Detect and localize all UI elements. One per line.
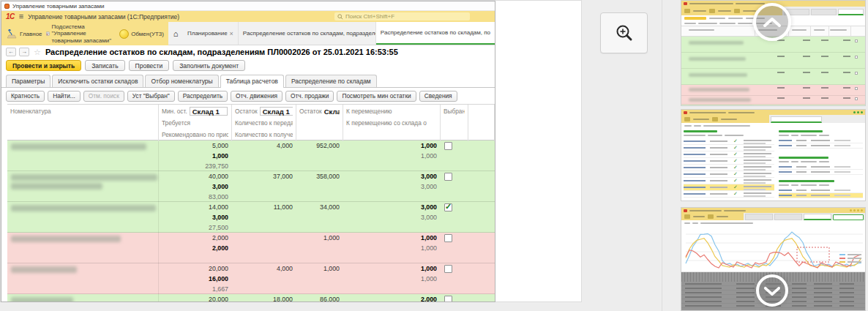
section-exchange[interactable]: Обмен(УТ3): [119, 29, 164, 39]
mini-text: [710, 167, 727, 168]
tab-planirovanie[interactable]: Планирование ×: [183, 22, 239, 45]
back-button[interactable]: ←: [6, 48, 16, 56]
mini-check-icon: ✓: [733, 138, 738, 144]
mini-text: [724, 210, 746, 211]
table-row[interactable]: 14,0003,00027,50011,00034,0003,0003,000: [7, 202, 495, 233]
mini-button: [791, 161, 798, 162]
toolbar-button-4[interactable]: Уст "Выбран": [127, 91, 175, 102]
cell-value: 3,000: [347, 202, 437, 212]
search-input[interactable]: Поиск Ctrl+Shift+F: [334, 12, 470, 20]
toolbar-button-2[interactable]: Найти...: [48, 91, 81, 102]
cell-value: 3,000: [162, 212, 228, 222]
toolbar-button-8[interactable]: Посмотреть мин остатки: [337, 91, 416, 102]
filler-cell: [468, 233, 495, 263]
mini-table-row: [681, 105, 865, 106]
selected-cell: [441, 294, 468, 302]
cell-value: 1,000: [347, 151, 437, 161]
warehouse1-input[interactable]: Склад 1: [190, 107, 228, 116]
cell-value: [162, 253, 228, 263]
mini-text: [689, 210, 722, 211]
action-button-2[interactable]: Записать: [85, 60, 124, 71]
move-cell: 2,000: [343, 294, 441, 302]
forward-button[interactable]: →: [19, 48, 29, 56]
mini-section-row: [779, 138, 863, 143]
stock1-cell: 11,000: [232, 202, 296, 233]
mini-text: [744, 192, 771, 194]
table-row[interactable]: 2,0002,0001,0001,0001,000: [7, 233, 495, 263]
mini-tab: [774, 214, 802, 220]
cell-value: [347, 222, 437, 233]
checkbox-unchecked[interactable]: [444, 173, 452, 181]
warehouse1-value: Склад 1: [192, 108, 220, 116]
home-icon[interactable]: ⌂: [168, 22, 183, 45]
app-bar: 1С ≡ Управление товарными запасами (1С:П…: [1, 11, 495, 22]
table-row[interactable]: 40,0003,00083,00037,000358,0003,0003,000: [7, 171, 495, 202]
cell-value: 3,000: [162, 181, 228, 192]
filler-cell: [468, 202, 495, 233]
checkbox-unchecked[interactable]: [444, 142, 452, 150]
form-tab-2[interactable]: Исключить остатки складов: [52, 75, 143, 87]
mini-titlebar: [681, 208, 865, 213]
mini-date: [684, 160, 706, 162]
checkbox-unchecked[interactable]: [444, 265, 452, 273]
action-button-1[interactable]: Провести и закрыть: [6, 60, 81, 71]
move-label: К перемещению: [346, 105, 437, 117]
toolbar-button-7[interactable]: Отч. продажи: [285, 91, 334, 102]
mini-window-controls: [850, 209, 863, 211]
form-tab-4[interactable]: Таблица расчетов: [220, 75, 284, 88]
thumbnail-document-list[interactable]: ✓✓✓✓✓✓✓✓✓: [681, 109, 866, 201]
scroll-up-button[interactable]: [753, 3, 791, 41]
form-tab-3[interactable]: Отбор номенклатуры: [145, 75, 218, 87]
mini-anonymized-name: [689, 98, 751, 102]
checkbox-checked[interactable]: [444, 203, 452, 211]
zoom-button[interactable]: [600, 12, 648, 53]
cell-value: 3,000: [347, 181, 437, 192]
mini-number: [803, 56, 810, 57]
toolbar-button-5[interactable]: Распределить: [178, 91, 228, 102]
tab-label: Планирование: [187, 30, 228, 37]
mini-text: [743, 10, 756, 12]
checkbox-unchecked[interactable]: [444, 234, 452, 242]
table-row[interactable]: 5,0001,000239,7504,000952,0001,0001,000: [7, 140, 495, 171]
section-main[interactable]: Главное: [6, 29, 42, 39]
close-icon[interactable]: ×: [230, 30, 233, 37]
table-header: Номенклатура Мин. ост. Склад 1 Требуется…: [7, 104, 495, 140]
toolbar-button-9[interactable]: Сведения: [419, 91, 457, 102]
mini-icon: [708, 214, 714, 219]
mini-cell: [834, 190, 850, 191]
selected-cell: [441, 263, 468, 294]
action-button-3[interactable]: Провести: [129, 60, 170, 71]
warehouse1-input-2[interactable]: Склад 1: [260, 107, 293, 116]
tab-raspredelenie-active[interactable]: Распределение остатков по складам, по: [376, 22, 495, 45]
favorite-star-icon[interactable]: ☆: [34, 48, 41, 57]
mini-table-row: [681, 96, 865, 105]
toolbar-button-3[interactable]: Отм. поиск: [83, 91, 124, 102]
tab-raspredelenie-1[interactable]: Распределение остатков по складам, подра…: [239, 22, 376, 45]
menu-icon[interactable]: ≡: [19, 12, 23, 20]
mini-column-line: [828, 26, 829, 36]
mini-section-row: [779, 170, 863, 175]
action-button-4[interactable]: Заполнить документ: [173, 60, 245, 71]
section-subsystem[interactable]: Подсистема "Управление товарными запасам…: [46, 23, 116, 44]
mini-green-title: [779, 180, 834, 182]
table-row[interactable]: 20,00018,00086,0002,000: [7, 294, 495, 302]
mini-chart-area: [681, 225, 865, 272]
mini-check-icon: ✓: [733, 184, 738, 190]
mini-text: [694, 125, 701, 127]
required-label: Требуется: [162, 117, 228, 129]
panel-divider: [662, 0, 662, 311]
toolbar-button-1[interactable]: Кратность: [6, 91, 45, 102]
form-tab-1[interactable]: Параметры: [6, 75, 50, 87]
mini-cell: [796, 195, 807, 196]
cell-value: 1,000: [347, 140, 437, 151]
cell-value: [347, 192, 437, 202]
checkbox-unchecked[interactable]: [444, 296, 452, 302]
mini-section: [779, 180, 863, 201]
mini-window-controls: [853, 111, 863, 113]
form-tab-5[interactable]: Распределение по складам: [285, 75, 377, 87]
scroll-down-button[interactable]: [756, 274, 788, 307]
toolbar-button-6[interactable]: Отч. движения: [231, 91, 283, 102]
table-row[interactable]: 20,00016,0001,6674,0001,0001,0001,000: [7, 263, 495, 294]
mini-check-icon: ✓: [733, 145, 738, 151]
stock2-cell: 34,000: [296, 202, 343, 233]
